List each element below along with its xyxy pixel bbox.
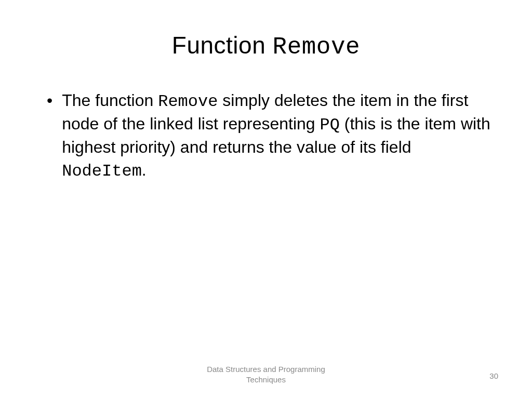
slide-content: • The function Remove simply deletes the… bbox=[36, 89, 496, 182]
footer-line1: Data Structures and Programming bbox=[207, 364, 325, 375]
slide-title: Function Remove bbox=[36, 31, 496, 61]
slide-footer: Data Structures and Programming Techniqu… bbox=[0, 364, 532, 384]
text-segment: The function bbox=[62, 91, 158, 110]
title-code: Remove bbox=[273, 34, 361, 61]
code-segment: NodeItem bbox=[62, 162, 142, 181]
slide: Function Remove • The function Remove si… bbox=[0, 0, 532, 399]
bullet-item: • The function Remove simply deletes the… bbox=[47, 89, 496, 182]
title-prefix: Function bbox=[172, 32, 273, 59]
code-segment: Remove bbox=[158, 92, 218, 111]
footer-line2: Techniques bbox=[207, 375, 325, 385]
footer-title: Data Structures and Programming Techniqu… bbox=[207, 364, 325, 384]
bullet-text: The function Remove simply deletes the i… bbox=[62, 89, 496, 182]
code-segment: PQ bbox=[320, 115, 340, 135]
text-segment: . bbox=[142, 161, 147, 179]
bullet-marker: • bbox=[47, 89, 52, 112]
page-number: 30 bbox=[489, 371, 498, 380]
